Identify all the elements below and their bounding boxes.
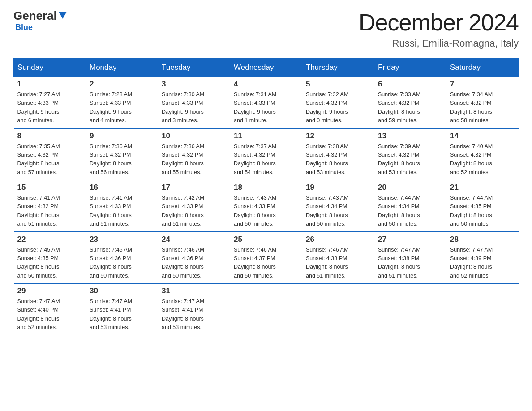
day-number: 28 xyxy=(450,235,515,244)
day-info: Sunrise: 7:28 AMSunset: 4:33 PMDaylight:… xyxy=(90,90,154,125)
day-info: Sunrise: 7:36 AMSunset: 4:32 PMDaylight:… xyxy=(90,142,154,177)
day-info: Sunrise: 7:46 AMSunset: 4:37 PMDaylight:… xyxy=(234,246,298,281)
day-info: Sunrise: 7:34 AMSunset: 4:32 PMDaylight:… xyxy=(450,90,515,125)
calendar-cell: 18 Sunrise: 7:43 AMSunset: 4:33 PMDaylig… xyxy=(230,180,302,232)
day-info: Sunrise: 7:42 AMSunset: 4:33 PMDaylight:… xyxy=(162,194,226,229)
day-number: 5 xyxy=(306,80,370,89)
day-number: 31 xyxy=(162,287,226,295)
day-number: 12 xyxy=(306,132,370,141)
week-row-2: 8 Sunrise: 7:35 AMSunset: 4:32 PMDayligh… xyxy=(14,128,519,180)
svg-marker-0 xyxy=(59,12,67,19)
calendar-title: December 2024 xyxy=(359,9,519,36)
calendar-cell: 22 Sunrise: 7:45 AMSunset: 4:35 PMDaylig… xyxy=(14,232,86,284)
day-number: 17 xyxy=(162,183,226,192)
calendar-cell: 4 Sunrise: 7:31 AMSunset: 4:33 PMDayligh… xyxy=(230,77,302,128)
day-number: 22 xyxy=(17,235,82,244)
day-number: 8 xyxy=(17,132,82,141)
day-info: Sunrise: 7:32 AMSunset: 4:32 PMDaylight:… xyxy=(306,90,370,125)
day-info: Sunrise: 7:35 AMSunset: 4:32 PMDaylight:… xyxy=(17,142,82,177)
day-number: 16 xyxy=(90,183,154,192)
day-info: Sunrise: 7:39 AMSunset: 4:32 PMDaylight:… xyxy=(378,142,442,177)
calendar-cell: 2 Sunrise: 7:28 AMSunset: 4:33 PMDayligh… xyxy=(86,77,158,128)
day-info: Sunrise: 7:36 AMSunset: 4:32 PMDaylight:… xyxy=(162,142,226,177)
calendar-cell: 30 Sunrise: 7:47 AMSunset: 4:41 PMDaylig… xyxy=(86,283,158,335)
day-number: 24 xyxy=(162,235,226,244)
day-number: 18 xyxy=(234,183,298,192)
day-number: 15 xyxy=(17,183,82,192)
header-saturday: Saturday xyxy=(446,59,519,77)
day-number: 11 xyxy=(234,132,298,141)
day-info: Sunrise: 7:41 AMSunset: 4:33 PMDaylight:… xyxy=(90,194,154,229)
calendar-cell: 28 Sunrise: 7:47 AMSunset: 4:39 PMDaylig… xyxy=(446,232,519,284)
day-number: 9 xyxy=(90,132,154,141)
day-number: 27 xyxy=(378,235,442,244)
day-number: 20 xyxy=(378,183,442,192)
calendar-cell: 24 Sunrise: 7:46 AMSunset: 4:36 PMDaylig… xyxy=(158,232,230,284)
day-number: 19 xyxy=(306,183,370,192)
week-row-1: 1 Sunrise: 7:27 AMSunset: 4:33 PMDayligh… xyxy=(14,77,519,128)
calendar-cell xyxy=(302,283,374,335)
day-number: 6 xyxy=(378,80,442,89)
day-info: Sunrise: 7:41 AMSunset: 4:32 PMDaylight:… xyxy=(17,194,82,229)
calendar-subtitle: Russi, Emilia-Romagna, Italy xyxy=(359,38,519,49)
day-info: Sunrise: 7:47 AMSunset: 4:39 PMDaylight:… xyxy=(450,246,515,281)
calendar-cell: 29 Sunrise: 7:47 AMSunset: 4:40 PMDaylig… xyxy=(14,283,86,335)
week-row-3: 15 Sunrise: 7:41 AMSunset: 4:32 PMDaylig… xyxy=(14,180,519,232)
day-number: 30 xyxy=(90,287,154,295)
day-info: Sunrise: 7:44 AMSunset: 4:34 PMDaylight:… xyxy=(378,194,442,229)
day-info: Sunrise: 7:43 AMSunset: 4:34 PMDaylight:… xyxy=(306,194,370,229)
week-row-4: 22 Sunrise: 7:45 AMSunset: 4:35 PMDaylig… xyxy=(14,232,519,284)
calendar-cell: 20 Sunrise: 7:44 AMSunset: 4:34 PMDaylig… xyxy=(374,180,446,232)
week-row-5: 29 Sunrise: 7:47 AMSunset: 4:40 PMDaylig… xyxy=(14,283,519,335)
day-info: Sunrise: 7:30 AMSunset: 4:33 PMDaylight:… xyxy=(162,90,226,125)
logo: General Blue xyxy=(13,9,68,32)
day-number: 23 xyxy=(90,235,154,244)
calendar-cell xyxy=(446,283,519,335)
calendar-cell: 7 Sunrise: 7:34 AMSunset: 4:32 PMDayligh… xyxy=(446,77,519,128)
calendar-cell: 11 Sunrise: 7:37 AMSunset: 4:32 PMDaylig… xyxy=(230,128,302,180)
logo-blue: Blue xyxy=(15,23,33,32)
calendar-cell: 6 Sunrise: 7:33 AMSunset: 4:32 PMDayligh… xyxy=(374,77,446,128)
calendar-cell: 23 Sunrise: 7:45 AMSunset: 4:36 PMDaylig… xyxy=(86,232,158,284)
header-sunday: Sunday xyxy=(14,59,86,77)
calendar-cell: 15 Sunrise: 7:41 AMSunset: 4:32 PMDaylig… xyxy=(14,180,86,232)
day-info: Sunrise: 7:27 AMSunset: 4:33 PMDaylight:… xyxy=(17,90,82,125)
day-info: Sunrise: 7:37 AMSunset: 4:32 PMDaylight:… xyxy=(234,142,298,177)
calendar-cell: 12 Sunrise: 7:38 AMSunset: 4:32 PMDaylig… xyxy=(302,128,374,180)
day-info: Sunrise: 7:45 AMSunset: 4:35 PMDaylight:… xyxy=(17,246,82,281)
calendar-cell: 25 Sunrise: 7:46 AMSunset: 4:37 PMDaylig… xyxy=(230,232,302,284)
header-thursday: Thursday xyxy=(302,59,374,77)
calendar-cell: 3 Sunrise: 7:30 AMSunset: 4:33 PMDayligh… xyxy=(158,77,230,128)
day-info: Sunrise: 7:47 AMSunset: 4:41 PMDaylight:… xyxy=(90,297,154,332)
header-tuesday: Tuesday xyxy=(158,59,230,77)
header-wednesday: Wednesday xyxy=(230,59,302,77)
calendar-cell xyxy=(230,283,302,335)
day-info: Sunrise: 7:46 AMSunset: 4:36 PMDaylight:… xyxy=(162,246,226,281)
day-number: 21 xyxy=(450,183,515,192)
day-number: 7 xyxy=(450,80,515,89)
logo-icon xyxy=(58,10,68,20)
day-info: Sunrise: 7:38 AMSunset: 4:32 PMDaylight:… xyxy=(306,142,370,177)
header-monday: Monday xyxy=(86,59,158,77)
calendar-table: SundayMondayTuesdayWednesdayThursdayFrid… xyxy=(13,58,519,335)
calendar-cell: 1 Sunrise: 7:27 AMSunset: 4:33 PMDayligh… xyxy=(14,77,86,128)
calendar-cell: 9 Sunrise: 7:36 AMSunset: 4:32 PMDayligh… xyxy=(86,128,158,180)
header-friday: Friday xyxy=(374,59,446,77)
calendar-cell: 26 Sunrise: 7:46 AMSunset: 4:38 PMDaylig… xyxy=(302,232,374,284)
day-info: Sunrise: 7:47 AMSunset: 4:40 PMDaylight:… xyxy=(17,297,82,332)
calendar-cell: 27 Sunrise: 7:47 AMSunset: 4:38 PMDaylig… xyxy=(374,232,446,284)
page-header: General Blue December 2024 Russi, Emilia… xyxy=(13,9,519,49)
calendar-cell: 17 Sunrise: 7:42 AMSunset: 4:33 PMDaylig… xyxy=(158,180,230,232)
day-number: 13 xyxy=(378,132,442,141)
day-number: 29 xyxy=(17,287,82,295)
calendar-cell xyxy=(374,283,446,335)
calendar-cell: 5 Sunrise: 7:32 AMSunset: 4:32 PMDayligh… xyxy=(302,77,374,128)
day-number: 1 xyxy=(17,80,82,89)
day-number: 2 xyxy=(90,80,154,89)
calendar-cell: 13 Sunrise: 7:39 AMSunset: 4:32 PMDaylig… xyxy=(374,128,446,180)
day-number: 10 xyxy=(162,132,226,141)
calendar-cell: 16 Sunrise: 7:41 AMSunset: 4:33 PMDaylig… xyxy=(86,180,158,232)
day-info: Sunrise: 7:47 AMSunset: 4:38 PMDaylight:… xyxy=(378,246,442,281)
calendar-cell: 21 Sunrise: 7:44 AMSunset: 4:35 PMDaylig… xyxy=(446,180,519,232)
calendar-cell: 10 Sunrise: 7:36 AMSunset: 4:32 PMDaylig… xyxy=(158,128,230,180)
